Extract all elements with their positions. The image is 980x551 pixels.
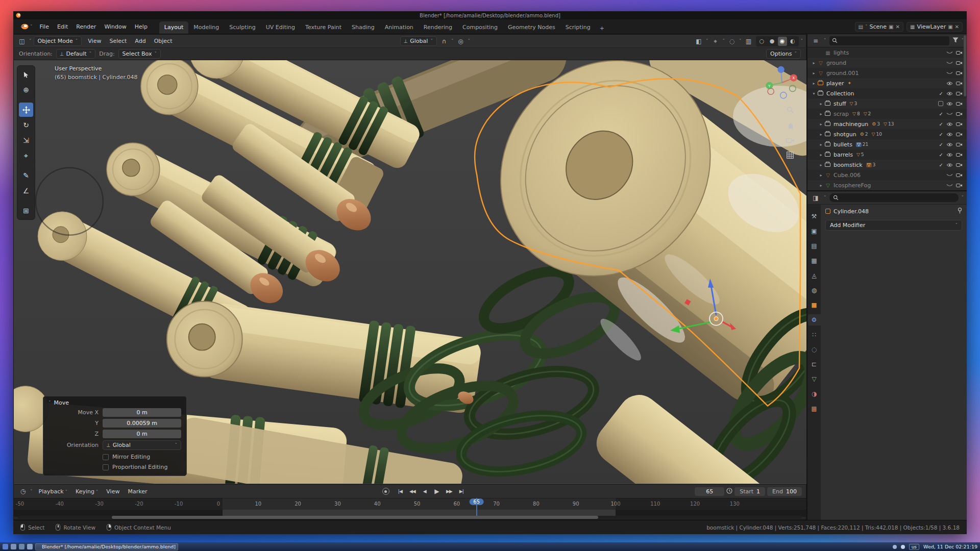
add-modifier-button[interactable]: Add Modifier ˅ <box>825 220 962 231</box>
workspace-tab-uv-editing[interactable]: UV Editing <box>261 21 300 34</box>
timeline-menu-playback[interactable]: Playback ˅ <box>35 487 71 496</box>
outliner-row-player[interactable]: ▸player✦ <box>807 78 967 88</box>
play-button[interactable]: ▶ <box>431 487 443 496</box>
workspace-tab-layout[interactable]: Layout <box>159 21 188 34</box>
properties-tab-object[interactable]: ■ <box>808 299 821 311</box>
expand-arrow-icon[interactable]: ▾ <box>811 91 817 96</box>
workspace-tab-scripting[interactable]: Scripting <box>560 21 596 34</box>
frame-start-field[interactable]: Start 1 <box>734 487 765 496</box>
camera-toggle-icon[interactable] <box>956 81 963 86</box>
hide-toggle-icon[interactable] <box>946 112 953 116</box>
camera-toggle-icon[interactable] <box>956 132 963 137</box>
xray-icon[interactable]: ▥ <box>744 38 754 45</box>
timeline-menu-marker[interactable]: Marker <box>124 487 151 496</box>
view-layer-selector[interactable]: ▦ ViewLayer ▣ ✕ <box>906 22 963 32</box>
shading-material-preview-icon[interactable]: ◉ <box>778 37 787 46</box>
shading-dropdown-icon[interactable]: ˅ <box>801 39 803 43</box>
outliner-search-input[interactable] <box>829 36 949 45</box>
expand-arrow-icon[interactable]: ▸ <box>818 122 824 127</box>
overlays-dropdown-icon[interactable]: ˅ <box>739 39 742 43</box>
use-preview-range-icon[interactable] <box>726 488 732 495</box>
redo-field-value[interactable]: 0 m <box>103 408 181 417</box>
menu-render[interactable]: Render <box>72 22 100 32</box>
workspace-tab-compositing[interactable]: Compositing <box>457 21 503 34</box>
expand-arrow-icon[interactable]: ▸ <box>811 81 817 86</box>
check-toggle-icon[interactable]: ✓ <box>939 162 943 168</box>
camera-toggle-icon[interactable] <box>956 112 963 116</box>
camera-toggle-icon[interactable] <box>956 71 963 76</box>
pin-icon[interactable] <box>958 208 962 215</box>
taskbar-app-icon[interactable] <box>27 544 33 549</box>
outliner-row-shotgun[interactable]: ▸shotgun⚙2▽10✓ <box>807 129 967 139</box>
close-view-layer-icon[interactable]: ✕ <box>955 24 959 30</box>
check-toggle-icon[interactable]: ✓ <box>939 142 943 147</box>
workspace-tab-rendering[interactable]: Rendering <box>419 21 457 34</box>
outliner-row-cube-006[interactable]: ▸▽Cube.006 <box>807 170 967 180</box>
zoom-icon[interactable] <box>787 106 794 115</box>
camera-toggle-icon[interactable] <box>956 51 963 55</box>
expand-arrow-icon[interactable]: ▸ <box>818 183 824 188</box>
taskbar-app-icon[interactable] <box>19 544 24 549</box>
menu-help[interactable]: Help <box>131 22 152 32</box>
camera-toggle-icon[interactable] <box>956 153 963 157</box>
outliner-row-lights[interactable]: ▦lights <box>807 47 967 58</box>
jump-start-button[interactable]: |◀ <box>395 487 406 496</box>
tool-scale[interactable]: ⇲ <box>19 133 33 147</box>
check-toggle-icon[interactable]: ✓ <box>939 111 943 117</box>
workspace-tab-shading[interactable]: Shading <box>347 21 380 34</box>
camera-toggle-icon[interactable] <box>956 183 963 188</box>
new-scene-icon[interactable]: ▣ <box>889 24 893 30</box>
drag-dropdown[interactable]: Select Box˅ <box>118 49 161 59</box>
gizmos-icon[interactable]: ⌖ <box>710 38 721 45</box>
proportional-editing-icon[interactable]: ◎ <box>455 38 465 45</box>
checkbox-icon[interactable] <box>103 464 109 470</box>
add-workspace-button[interactable]: + <box>596 23 608 34</box>
eye-toggle-icon[interactable] <box>946 102 953 106</box>
next-keyframe-button[interactable]: ▶▶ <box>444 487 455 496</box>
tool-cursor[interactable]: ⊕ <box>19 83 33 97</box>
viewport-menu-add[interactable]: Add <box>131 36 150 46</box>
outliner-row-scrap[interactable]: ▸scrap▽8▽2✓ <box>807 109 967 119</box>
transform-orientation-dropdown[interactable]: ⟂ Global˅ <box>400 36 437 46</box>
redo-checkbox-mirror-editing[interactable]: Mirror Editing <box>103 454 181 460</box>
hide-toggle-icon[interactable] <box>946 173 953 177</box>
properties-tab-modifiers[interactable]: ⚙ <box>808 314 821 325</box>
properties-search-input[interactable] <box>829 193 959 202</box>
redo-field-value[interactable]: 0 m <box>103 430 181 438</box>
workspace-tab-animation[interactable]: Animation <box>380 21 419 34</box>
shading-rendered-icon[interactable]: ◐ <box>788 37 797 46</box>
app-menu-icon[interactable] <box>3 544 8 549</box>
new-view-layer-icon[interactable]: ▣ <box>948 24 952 30</box>
tool-measure[interactable]: ∠ <box>19 184 33 198</box>
shading-solid-icon[interactable]: ● <box>768 37 777 46</box>
camera-toggle-icon[interactable] <box>956 122 963 127</box>
properties-tab-scene[interactable]: ◬ <box>808 270 821 281</box>
tool-rotate[interactable]: ↻ <box>19 118 33 132</box>
filter-funnel-icon[interactable] <box>952 37 959 44</box>
shading-wireframe-icon[interactable]: ○ <box>757 37 767 46</box>
close-scene-icon[interactable]: ✕ <box>896 24 900 30</box>
blender-logo[interactable]: ˅ <box>17 23 35 30</box>
taskbar-app-icon[interactable] <box>11 544 16 549</box>
expand-arrow-icon[interactable]: ▸ <box>818 102 824 106</box>
outliner-row-machinegun[interactable]: ▸machinegun⚙3▽13✓ <box>807 119 967 129</box>
camera-toggle-icon[interactable] <box>956 102 963 106</box>
properties-tab-physics[interactable]: ◌ <box>808 344 821 355</box>
outliner-row-ground-001[interactable]: ▸▽ground.001 <box>807 68 967 78</box>
options-button[interactable]: Options˅ <box>766 49 801 59</box>
timeline-menu-view[interactable]: View <box>102 487 124 496</box>
outliner-scrollbar[interactable] <box>964 35 966 96</box>
tool-transform[interactable]: ⌖ <box>19 148 33 163</box>
checkbox-toggle-icon[interactable] <box>938 101 943 106</box>
menu-edit[interactable]: Edit <box>53 22 72 32</box>
check-toggle-icon[interactable]: ✓ <box>939 132 943 137</box>
scene-selector[interactable]: ▤˅ Scene ▣ ✕ <box>855 22 903 32</box>
eye-toggle-icon[interactable] <box>946 81 953 86</box>
redo-checkbox-proportional-editing[interactable]: Proportional Editing <box>103 464 181 470</box>
check-toggle-icon[interactable]: ✓ <box>939 121 943 127</box>
viewport-menu-object[interactable]: Object <box>150 36 177 46</box>
outliner-row-bullets[interactable]: ▸bullets▽21✓ <box>807 139 967 149</box>
properties-tab-tool[interactable]: ⚒ <box>808 211 821 222</box>
viewport-canvas-area[interactable]: User Perspective (65) boomstick | Cylind… <box>13 60 806 484</box>
timeline-scrollbar-thumb[interactable] <box>112 516 598 519</box>
